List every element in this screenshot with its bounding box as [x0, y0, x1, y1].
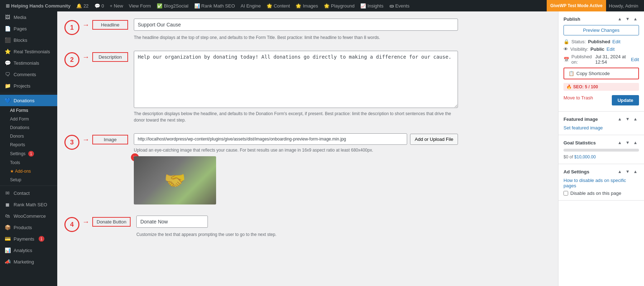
admin-bar: ⊞ Helping Hands Community 🔔 22 💬 0 + New…	[0, 0, 644, 11]
sidebar-item-blocks[interactable]: ⬛ Blocks	[0, 34, 57, 46]
insights-icon: 📈	[360, 3, 366, 9]
projects-icon: 📁	[4, 83, 11, 89]
adminbar-blog2social[interactable]: ✅ Blog2Social	[154, 0, 191, 11]
right-panel: Publish ▲ ▼ ▲ Preview Changes 🔒 Status: …	[558, 11, 644, 286]
goal-close[interactable]: ▲	[632, 139, 639, 146]
donate-button-input[interactable]	[136, 216, 208, 228]
adminbar-playground[interactable]: 🌟 Playground	[321, 0, 357, 11]
sidebar-item-marketing[interactable]: 📣 Marketing	[0, 256, 57, 267]
sidebar-sub-settings[interactable]: Settings 1	[0, 149, 57, 158]
ad-collapse-down[interactable]: ▼	[624, 168, 631, 175]
adminbar-notifications[interactable]: 🔔 22	[73, 0, 91, 11]
disable-ads-label: Disable ads on this page	[570, 191, 621, 196]
description-hint: The description displays below the headl…	[134, 110, 458, 123]
adminbar-site-name[interactable]: ⊞ Helping Hands Community	[3, 0, 73, 11]
move-to-trash-link[interactable]: Move to Trash	[564, 95, 593, 100]
ad-close[interactable]: ▲	[632, 168, 639, 175]
donate-button-hint: Customize the text that appears promptin…	[136, 231, 458, 238]
ad-collapse-up[interactable]: ▲	[616, 168, 623, 175]
payments-badge: 1	[39, 236, 44, 242]
adminbar-content[interactable]: 🌟 Content	[264, 0, 293, 11]
adminbar-new[interactable]: + New	[107, 0, 126, 11]
featured-collapse-down[interactable]: ▼	[624, 116, 631, 122]
publish-collapse-up[interactable]: ▲	[616, 16, 623, 22]
status-icon: 🔒	[564, 39, 569, 44]
status-value: Published	[588, 39, 610, 44]
marketing-icon: 📣	[4, 259, 11, 265]
adminbar-events[interactable]: 🎟 Events	[386, 0, 413, 11]
sidebar-item-donations[interactable]: 💙 Donations	[0, 95, 57, 106]
sidebar-sub-add-form[interactable]: Add Form	[0, 115, 57, 123]
copy-icon: 📋	[569, 71, 574, 76]
featured-close[interactable]: ▲	[632, 116, 639, 122]
adminbar-images[interactable]: 🌟 Images	[293, 0, 321, 11]
goal-statistics-section: Goal Statistics ▲ ▼ ▲ $0 of $10,000.00	[558, 135, 644, 164]
sidebar-sub-all-forms[interactable]: All Forms	[0, 106, 57, 115]
sidebar-item-contact[interactable]: ✉ Contact	[0, 187, 57, 199]
headline-input[interactable]	[134, 19, 458, 31]
goal-collapse-down[interactable]: ▼	[624, 139, 631, 146]
sidebar-sub-addons[interactable]: ★ Add-ons	[0, 167, 57, 176]
adminbar-givewp[interactable]: GiveWP Test Mode Active	[547, 0, 606, 11]
published-value: Jul 31, 2024 at 12:54	[595, 54, 629, 65]
wp-icon: ⊞	[6, 3, 10, 9]
sidebar-sub-reports[interactable]: Reports	[0, 140, 57, 149]
adminbar-rankmath[interactable]: 📊 Rank Math SEO	[191, 0, 238, 11]
sidebar-sub-donors[interactable]: Donors	[0, 132, 57, 140]
trash-update-row: Move to Trash Update	[564, 94, 639, 107]
published-edit-link[interactable]: Edit	[631, 57, 639, 62]
testimonials-icon: ⭐	[4, 49, 11, 54]
publish-section-header: Publish ▲ ▼ ▲	[564, 16, 639, 22]
visibility-edit-link[interactable]: Edit	[606, 46, 614, 52]
adminbar-howdy[interactable]: Howdy, Admin	[606, 0, 641, 11]
visibility-label: Visibility:	[570, 46, 588, 52]
sidebar-sub-donations[interactable]: Donations	[0, 123, 57, 132]
set-featured-image-link[interactable]: Set featured image	[564, 125, 603, 130]
ad-settings-section: Ad Settings ▲ ▼ ▲ How to disable ads on …	[558, 164, 644, 201]
products-icon: 📦	[4, 225, 11, 230]
adminbar-view-form[interactable]: View Form	[126, 0, 154, 11]
adminbar-ai-engine[interactable]: AI Engine	[238, 0, 264, 11]
featured-image-arrows: ▲ ▼ ▲	[616, 116, 639, 122]
sidebar-item-comments[interactable]: 🗨 Comments	[0, 69, 57, 80]
payments-icon: 💳	[4, 236, 11, 242]
publish-collapse-down[interactable]: ▼	[624, 16, 631, 22]
goal-collapse-up[interactable]: ▲	[616, 139, 623, 146]
sidebar-item-real-testimonials[interactable]: ⭐ Real Testimonials	[0, 46, 57, 57]
donate-button-field-row: 4 → Donate Button Customize the text tha…	[64, 216, 458, 238]
comment-bubble-icon: 🗨	[4, 72, 11, 77]
sidebar-item-projects[interactable]: 📁 Projects	[0, 80, 57, 92]
publish-close[interactable]: ▲	[632, 16, 639, 22]
image-hint: Upload an eye-catching image that reflec…	[134, 147, 458, 153]
featured-collapse-up[interactable]: ▲	[616, 116, 623, 122]
adminbar-comments[interactable]: 💬 0	[92, 0, 107, 11]
pages-icon: 📄	[4, 26, 11, 31]
adminbar-insights[interactable]: 📈 Insights	[357, 0, 386, 11]
sidebar-item-payments[interactable]: 💳 Payments 1	[0, 233, 57, 245]
status-edit-link[interactable]: Edit	[613, 39, 620, 44]
upload-file-button[interactable]: Add or Upload File	[410, 134, 458, 145]
sidebar-sub-tools[interactable]: Tools	[0, 158, 57, 167]
main-layout: 🖼 Media 📄 Pages ⬛ Blocks ⭐ Real Testimon…	[0, 11, 644, 286]
goal-progress-bar	[564, 149, 639, 152]
sidebar-item-testimonials[interactable]: 💬 Testimonials	[0, 57, 57, 69]
comment-icon: 💬	[94, 3, 100, 9]
sidebar-item-products[interactable]: 📦 Products	[0, 222, 57, 233]
sidebar-item-woocommerce[interactable]: 🛍 WooCommerce	[0, 210, 57, 222]
sidebar-sub-setup[interactable]: Setup	[0, 176, 57, 184]
sidebar-item-rank-math[interactable]: ◼ Rank Math SEO	[0, 199, 57, 210]
sidebar-item-pages[interactable]: 📄 Pages	[0, 23, 57, 34]
seo-badge: 🔥 SEO: 5 / 100	[564, 83, 639, 91]
description-number: 2	[64, 52, 79, 67]
preview-changes-button[interactable]: Preview Changes	[564, 25, 639, 35]
settings-badge: 1	[28, 151, 34, 157]
sidebar-item-media[interactable]: 🖼 Media	[0, 11, 57, 23]
disable-ads-link[interactable]: How to disable ads on specific pages	[564, 178, 639, 188]
disable-ads-checkbox[interactable]	[564, 191, 568, 196]
image-url-input[interactable]	[134, 133, 407, 145]
sidebar-item-analytics[interactable]: 📊 Analytics	[0, 245, 57, 256]
goal-amount-link[interactable]: $10,000.00	[574, 154, 596, 159]
copy-shortcode-button[interactable]: 📋 Copy Shortcode	[564, 68, 639, 79]
description-textarea[interactable]	[134, 51, 458, 108]
update-button[interactable]: Update	[612, 95, 639, 105]
